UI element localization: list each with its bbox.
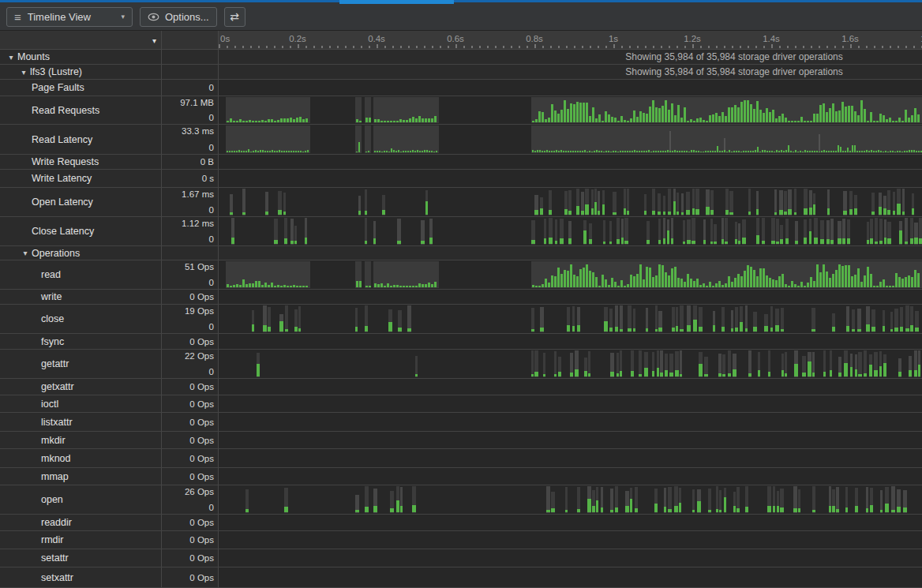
tree-cell-mmap[interactable]: mmap: [0, 468, 162, 485]
timeline-chart-getattr[interactable]: [219, 350, 922, 377]
value-max-text: 97.1 MB: [180, 98, 214, 107]
tree-cell-mknod[interactable]: mknod: [0, 449, 162, 467]
ruler-minor-tick: [313, 46, 315, 48]
row-listxattr[interactable]: listxattr0 Ops: [0, 413, 922, 432]
row-page-faults[interactable]: Page Faults0: [0, 80, 922, 96]
row-read-latency[interactable]: Read Latency33.3 ms0: [0, 125, 922, 155]
horizontal-scrollbar-thumb[interactable]: [339, 0, 454, 4]
ruler-tick-label: 1.6s: [830, 34, 870, 43]
ruler-major-tick: [219, 44, 220, 48]
timeline-chart-open-latency[interactable]: [219, 189, 922, 215]
ruler-major-tick: [850, 44, 852, 48]
tree-cell-open-latency[interactable]: Open Latency: [0, 188, 162, 216]
value-cell-open-latency: 1.67 ms0: [162, 188, 219, 216]
expand-collapse-caret[interactable]: ▾: [19, 249, 32, 257]
row-operations[interactable]: ▾Operations: [0, 246, 922, 260]
timeline-chart-read[interactable]: [219, 261, 922, 288]
tree-cell-lfs3[interactable]: ▾lfs3 (Lustre): [0, 65, 162, 79]
value-cell-listxattr: 0 Ops: [162, 413, 219, 431]
row-rmdir[interactable]: rmdir0 Ops: [0, 531, 922, 549]
ruler-minor-tick: [708, 46, 710, 48]
time-ruler[interactable]: 0s0.2s0.4s0.6s0.8s1s1.2s1.4s1.6s1.8s: [219, 31, 922, 49]
timeline-chart-close-latency[interactable]: [219, 218, 922, 245]
tree-cell-open[interactable]: open: [0, 485, 162, 514]
value-text: 0 Ops: [189, 573, 214, 582]
ruler-tick-label: 0.2s: [278, 34, 317, 43]
chart-cell-mounts: Showing 35,984 of 35,984 storage driver …: [219, 50, 922, 64]
row-getattr[interactable]: getattr22 Ops0: [0, 350, 922, 379]
timeline-chart-read-requests[interactable]: [219, 97, 922, 123]
tree-cell-getxattr[interactable]: getxattr: [0, 379, 162, 395]
tree-cell-operations[interactable]: ▾Operations: [0, 246, 162, 260]
row-read-requests[interactable]: Read Requests97.1 MB0: [0, 96, 922, 125]
tree-header-dropdown-caret[interactable]: ▾: [152, 36, 156, 44]
row-write[interactable]: write0 Ops: [0, 290, 922, 305]
row-fsync[interactable]: fsync0 Ops: [0, 334, 922, 350]
horizontal-scrollbar[interactable]: [0, 0, 922, 2]
ruler-minor-tick: [763, 46, 765, 48]
ruler-minor-tick: [834, 46, 836, 48]
tree-cell-page-faults[interactable]: Page Faults: [0, 80, 162, 96]
row-open[interactable]: open26 Ops0: [0, 485, 922, 515]
value-max-text: 33.3 ms: [182, 126, 214, 136]
row-ioctl[interactable]: ioctl0 Ops: [0, 395, 922, 413]
tree-cell-setattr[interactable]: setattr: [0, 549, 162, 567]
row-setattr[interactable]: setattr0 Ops: [0, 549, 922, 567]
ruler-minor-tick: [392, 46, 394, 48]
expand-collapse-caret[interactable]: ▾: [5, 53, 17, 62]
expand-collapse-caret[interactable]: ▾: [17, 68, 30, 77]
row-close-latency[interactable]: Close Latency1.12 ms0: [0, 217, 922, 246]
tree-cell-read-latency[interactable]: Read Latency: [0, 125, 162, 154]
tree-cell-close[interactable]: close: [0, 305, 162, 333]
tree-cell-ioctl[interactable]: ioctl: [0, 395, 162, 412]
tree-cell-close-latency[interactable]: Close Latency: [0, 217, 162, 245]
tree-cell-rmdir[interactable]: rmdir: [0, 531, 162, 549]
view-selector-dropdown[interactable]: ≡ Timeline View ▾: [6, 7, 133, 27]
chart-cell-ioctl: [219, 395, 922, 412]
value-max-text: 1.12 ms: [182, 219, 214, 228]
ruler-minor-tick: [305, 46, 307, 48]
row-getxattr[interactable]: getxattr0 Ops: [0, 379, 922, 395]
tree-cell-read-requests[interactable]: Read Requests: [0, 96, 162, 124]
tree-cell-readdir[interactable]: readdir: [0, 515, 162, 530]
tree-cell-getattr[interactable]: getattr: [0, 350, 162, 378]
options-button[interactable]: Options...: [140, 7, 217, 27]
timeline-chart-open[interactable]: [219, 486, 922, 513]
tree-cell-setxattr[interactable]: setxattr: [0, 567, 162, 587]
tree-label-write-latency: Write Latency: [32, 173, 92, 184]
timeline-chart-read-latency[interactable]: [219, 125, 922, 153]
tree-cell-write-requests[interactable]: Write Requests: [0, 155, 162, 169]
timeline-chart-close[interactable]: [219, 305, 922, 332]
value-text: 0 s: [202, 174, 214, 183]
tree-cell-write[interactable]: write: [0, 290, 162, 304]
row-mounts[interactable]: ▾MountsShowing 35,984 of 35,984 storage …: [0, 50, 922, 65]
row-read[interactable]: read51 Ops0: [0, 260, 922, 290]
value-text: 0 Ops: [189, 292, 214, 301]
operations-summary-text: Showing 35,984 of 35,984 storage driver …: [625, 51, 843, 62]
tree-cell-listxattr[interactable]: listxattr: [0, 413, 162, 431]
value-cell-write: 0 Ops: [162, 290, 219, 304]
row-mmap[interactable]: mmap0 Ops: [0, 468, 922, 485]
tree-cell-mounts[interactable]: ▾Mounts: [0, 50, 162, 64]
row-setxattr[interactable]: setxattr0 Ops: [0, 567, 922, 588]
row-write-requests[interactable]: Write Requests0 B: [0, 155, 922, 170]
tree-cell-read[interactable]: read: [0, 260, 162, 289]
row-mknod[interactable]: mknod0 Ops: [0, 449, 922, 468]
ruler-minor-tick: [740, 46, 741, 48]
tree-cell-mkdir[interactable]: mkdir: [0, 432, 162, 448]
swap-view-button[interactable]: ⇄: [224, 7, 245, 27]
row-close[interactable]: close19 Ops0: [0, 305, 922, 334]
row-write-latency[interactable]: Write Latency0 s: [0, 170, 922, 188]
row-lfs3[interactable]: ▾lfs3 (Lustre)Showing 35,984 of 35,984 s…: [0, 65, 922, 80]
chart-cell-write-requests: [219, 155, 922, 169]
chart-cell-read-latency: [219, 125, 922, 154]
tree-cell-write-latency[interactable]: Write Latency: [0, 170, 162, 187]
ruler-minor-tick: [282, 46, 283, 48]
ruler-minor-tick: [637, 46, 639, 48]
row-readdir[interactable]: readdir0 Ops: [0, 515, 922, 531]
value-text: 0: [209, 83, 214, 92]
value-min-text: 0: [209, 113, 214, 122]
row-mkdir[interactable]: mkdir0 Ops: [0, 432, 922, 449]
row-open-latency[interactable]: Open Latency1.67 ms0: [0, 188, 922, 217]
tree-cell-fsync[interactable]: fsync: [0, 334, 162, 349]
